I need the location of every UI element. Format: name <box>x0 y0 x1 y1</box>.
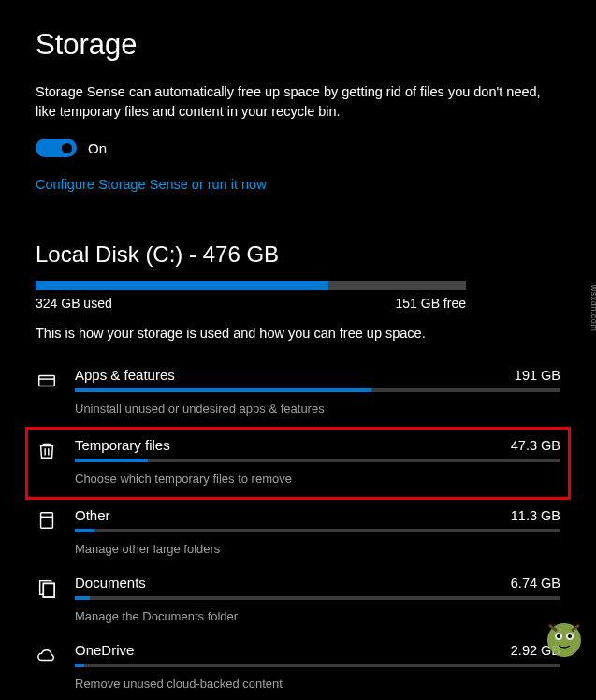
category-apps-features[interactable]: Apps & features191 GBUninstall unused or… <box>36 359 560 427</box>
svg-point-13 <box>568 634 572 638</box>
category-header: Other11.3 GB <box>75 507 560 523</box>
apps-icon <box>36 369 58 391</box>
disk-used-label: 324 GB used <box>36 296 112 311</box>
category-size: 6.74 GB <box>511 576 560 591</box>
disk-section: Local Disk (C:) - 476 GB 324 GB used 151… <box>36 241 560 700</box>
category-temporary-files[interactable]: Temporary files47.3 GBChoose which tempo… <box>25 427 571 500</box>
category-bar <box>75 459 560 462</box>
usage-description: This is how your storage is used and how… <box>36 326 560 341</box>
cloud-icon <box>36 644 58 666</box>
category-name: Temporary files <box>75 437 170 453</box>
category-name: OneDrive <box>75 642 134 658</box>
svg-rect-0 <box>39 375 55 386</box>
storage-sense-toggle-row: On <box>36 139 560 157</box>
category-subtitle: Remove unused cloud-backed content <box>75 677 560 691</box>
category-header: Apps & features191 GB <box>75 367 560 383</box>
svg-rect-4 <box>41 513 53 529</box>
category-body: Documents6.74 GBManage the Documents fol… <box>75 575 560 623</box>
category-bar <box>75 529 560 532</box>
category-body: Apps & features191 GBUninstall unused or… <box>75 367 560 416</box>
category-header: Documents6.74 GB <box>75 575 560 591</box>
category-body: OneDrive2.92 GBRemove unused cloud-backe… <box>75 642 560 691</box>
category-subtitle: Choose which temporary files to remove <box>75 472 560 486</box>
category-body: Other11.3 GBManage other large folders <box>75 507 560 556</box>
category-bar <box>75 388 560 392</box>
disk-free-label: 151 GB free <box>396 296 467 311</box>
category-bar-fill <box>75 388 371 392</box>
disk-bar-fill <box>36 281 328 290</box>
category-bar <box>75 596 560 600</box>
category-name: Other <box>75 507 110 523</box>
category-bar-fill <box>75 529 94 532</box>
category-subtitle: Manage the Documents folder <box>75 609 560 623</box>
page-title: Storage <box>36 28 560 62</box>
category-name: Apps & features <box>75 367 175 383</box>
category-size: 11.3 GB <box>511 508 560 523</box>
category-subtitle: Uninstall unused or undesired apps & fea… <box>75 401 560 416</box>
category-onedrive[interactable]: OneDrive2.92 GBRemove unused cloud-backe… <box>36 634 560 700</box>
category-size: 47.3 GB <box>511 438 560 453</box>
category-name: Documents <box>75 575 146 591</box>
category-header: Temporary files47.3 GB <box>75 437 560 453</box>
other-icon <box>36 509 58 532</box>
storage-sense-toggle[interactable] <box>36 139 77 157</box>
watermark-text: wsxdn.com <box>589 285 596 332</box>
category-other[interactable]: Other11.3 GBManage other large folders <box>36 500 560 567</box>
disk-title: Local Disk (C:) - 476 GB <box>36 241 560 268</box>
category-header: OneDrive2.92 GB <box>75 642 560 658</box>
category-body: Temporary files47.3 GBChoose which tempo… <box>75 437 560 486</box>
svg-rect-7 <box>43 583 54 597</box>
configure-storage-sense-link[interactable]: Configure Storage Sense or run it now <box>36 177 267 192</box>
category-subtitle: Manage other large folders <box>75 542 560 556</box>
category-documents[interactable]: Documents6.74 GBManage the Documents fol… <box>36 567 560 634</box>
documents-icon <box>36 576 58 599</box>
category-size: 191 GB <box>515 368 560 383</box>
category-bar-fill <box>75 664 84 667</box>
category-bar <box>75 664 560 667</box>
disk-labels: 324 GB used 151 GB free <box>36 296 466 311</box>
trash-icon <box>36 439 58 461</box>
toggle-state-label: On <box>88 140 107 156</box>
category-bar-fill <box>75 596 90 600</box>
category-bar-fill <box>75 459 148 462</box>
disk-usage-bar <box>36 281 466 290</box>
category-list: Apps & features191 GBUninstall unused or… <box>36 359 560 700</box>
storage-sense-description: Storage Sense can automatically free up … <box>36 82 560 122</box>
watermark-icon <box>542 618 587 663</box>
svg-point-11 <box>557 634 560 638</box>
